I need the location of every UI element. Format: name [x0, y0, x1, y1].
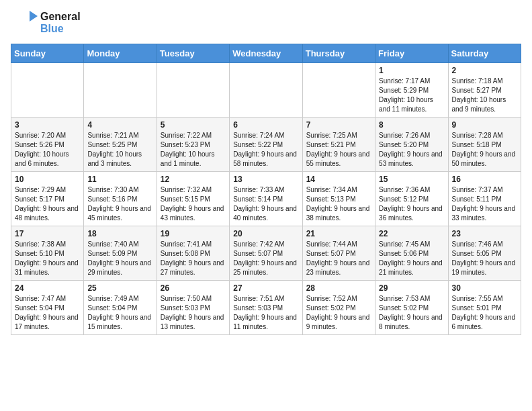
day-number: 17	[15, 229, 80, 238]
page-header: GeneralBlue	[11, 11, 521, 36]
day-number: 24	[15, 283, 80, 293]
day-info: Sunrise: 7:17 AM Sunset: 5:29 PM Dayligh…	[379, 77, 444, 114]
day-info: Sunrise: 7:25 AM Sunset: 5:21 PM Dayligh…	[306, 131, 371, 169]
calendar-day-cell: 9Sunrise: 7:28 AM Sunset: 5:18 PM Daylig…	[448, 117, 521, 171]
day-info: Sunrise: 7:20 AM Sunset: 5:26 PM Dayligh…	[15, 131, 80, 169]
calendar-day-cell: 27Sunrise: 7:51 AM Sunset: 5:03 PM Dayli…	[230, 280, 302, 334]
calendar-day-cell: 8Sunrise: 7:26 AM Sunset: 5:20 PM Daylig…	[375, 117, 448, 171]
day-info: Sunrise: 7:38 AM Sunset: 5:10 PM Dayligh…	[15, 240, 80, 277]
day-number: 10	[15, 175, 80, 184]
calendar-day-cell: 18Sunrise: 7:40 AM Sunset: 5:09 PM Dayli…	[84, 226, 157, 280]
day-info: Sunrise: 7:37 AM Sunset: 5:11 PM Dayligh…	[452, 185, 517, 223]
day-info: Sunrise: 7:45 AM Sunset: 5:06 PM Dayligh…	[379, 240, 444, 277]
calendar-day-cell	[230, 62, 302, 117]
day-info: Sunrise: 7:51 AM Sunset: 5:03 PM Dayligh…	[233, 294, 298, 332]
day-number: 9	[452, 120, 517, 130]
logo-icon	[11, 11, 38, 35]
calendar-day-cell: 3Sunrise: 7:20 AM Sunset: 5:26 PM Daylig…	[11, 117, 84, 171]
day-number: 30	[452, 283, 517, 293]
calendar-day-cell: 14Sunrise: 7:34 AM Sunset: 5:13 PM Dayli…	[302, 171, 375, 226]
day-info: Sunrise: 7:50 AM Sunset: 5:03 PM Dayligh…	[161, 294, 226, 332]
day-number: 14	[306, 175, 371, 184]
day-info: Sunrise: 7:33 AM Sunset: 5:14 PM Dayligh…	[233, 185, 298, 223]
day-info: Sunrise: 7:55 AM Sunset: 5:01 PM Dayligh…	[452, 294, 517, 332]
day-info: Sunrise: 7:44 AM Sunset: 5:07 PM Dayligh…	[306, 240, 371, 277]
day-number: 28	[306, 283, 371, 293]
calendar-week-row: 3Sunrise: 7:20 AM Sunset: 5:26 PM Daylig…	[11, 117, 521, 171]
day-number: 15	[379, 175, 444, 184]
day-number: 5	[161, 120, 226, 130]
calendar-day-cell: 24Sunrise: 7:47 AM Sunset: 5:04 PM Dayli…	[11, 280, 84, 334]
calendar-day-cell: 21Sunrise: 7:44 AM Sunset: 5:07 PM Dayli…	[302, 226, 375, 280]
day-number: 3	[15, 120, 80, 130]
calendar-day-cell: 6Sunrise: 7:24 AM Sunset: 5:22 PM Daylig…	[230, 117, 302, 171]
calendar-day-cell	[302, 62, 375, 117]
day-number: 2	[452, 66, 517, 75]
calendar-week-row: 10Sunrise: 7:29 AM Sunset: 5:17 PM Dayli…	[11, 171, 521, 226]
day-number: 27	[233, 283, 298, 293]
day-info: Sunrise: 7:30 AM Sunset: 5:16 PM Dayligh…	[87, 185, 152, 223]
calendar-day-cell: 19Sunrise: 7:41 AM Sunset: 5:08 PM Dayli…	[157, 226, 229, 280]
day-number: 29	[379, 283, 444, 293]
day-info: Sunrise: 7:18 AM Sunset: 5:27 PM Dayligh…	[452, 77, 517, 114]
calendar-week-row: 17Sunrise: 7:38 AM Sunset: 5:10 PM Dayli…	[11, 226, 521, 280]
day-number: 8	[379, 120, 444, 130]
calendar-day-cell: 30Sunrise: 7:55 AM Sunset: 5:01 PM Dayli…	[448, 280, 521, 334]
calendar-day-cell: 4Sunrise: 7:21 AM Sunset: 5:25 PM Daylig…	[84, 117, 157, 171]
day-info: Sunrise: 7:29 AM Sunset: 5:17 PM Dayligh…	[15, 185, 80, 223]
weekday-header: Saturday	[448, 44, 521, 62]
day-number: 16	[452, 175, 517, 184]
calendar-day-cell: 12Sunrise: 7:32 AM Sunset: 5:15 PM Dayli…	[157, 171, 229, 226]
day-number: 7	[306, 120, 371, 130]
weekday-header: Monday	[84, 44, 157, 62]
calendar-day-cell: 7Sunrise: 7:25 AM Sunset: 5:21 PM Daylig…	[302, 117, 375, 171]
day-number: 26	[161, 283, 226, 293]
day-info: Sunrise: 7:21 AM Sunset: 5:25 PM Dayligh…	[87, 131, 152, 169]
day-info: Sunrise: 7:26 AM Sunset: 5:20 PM Dayligh…	[379, 131, 444, 169]
calendar-day-cell: 28Sunrise: 7:52 AM Sunset: 5:02 PM Dayli…	[302, 280, 375, 334]
calendar-week-row: 1Sunrise: 7:17 AM Sunset: 5:29 PM Daylig…	[11, 62, 521, 117]
day-info: Sunrise: 7:24 AM Sunset: 5:22 PM Dayligh…	[233, 131, 298, 169]
calendar-day-cell: 23Sunrise: 7:46 AM Sunset: 5:05 PM Dayli…	[448, 226, 521, 280]
day-info: Sunrise: 7:52 AM Sunset: 5:02 PM Dayligh…	[306, 294, 371, 332]
calendar-day-cell: 2Sunrise: 7:18 AM Sunset: 5:27 PM Daylig…	[448, 62, 521, 117]
day-number: 11	[87, 175, 152, 184]
calendar-day-cell: 29Sunrise: 7:53 AM Sunset: 5:02 PM Dayli…	[375, 280, 448, 334]
calendar-day-cell: 16Sunrise: 7:37 AM Sunset: 5:11 PM Dayli…	[448, 171, 521, 226]
day-info: Sunrise: 7:46 AM Sunset: 5:05 PM Dayligh…	[452, 240, 517, 277]
day-info: Sunrise: 7:40 AM Sunset: 5:09 PM Dayligh…	[87, 240, 152, 277]
calendar-day-cell: 1Sunrise: 7:17 AM Sunset: 5:29 PM Daylig…	[375, 62, 448, 117]
weekday-header: Thursday	[302, 44, 375, 62]
day-number: 4	[87, 120, 152, 130]
calendar-day-cell	[157, 62, 229, 117]
day-number: 20	[233, 229, 298, 238]
weekday-header: Wednesday	[230, 44, 302, 62]
calendar-day-cell: 15Sunrise: 7:36 AM Sunset: 5:12 PM Dayli…	[375, 171, 448, 226]
day-number: 12	[161, 175, 226, 184]
day-info: Sunrise: 7:34 AM Sunset: 5:13 PM Dayligh…	[306, 185, 371, 223]
calendar-day-cell: 25Sunrise: 7:49 AM Sunset: 5:04 PM Dayli…	[84, 280, 157, 334]
day-number: 1	[379, 66, 444, 75]
day-number: 6	[233, 120, 298, 130]
day-number: 19	[161, 229, 226, 238]
calendar-day-cell: 17Sunrise: 7:38 AM Sunset: 5:10 PM Dayli…	[11, 226, 84, 280]
calendar-day-cell: 13Sunrise: 7:33 AM Sunset: 5:14 PM Dayli…	[230, 171, 302, 226]
day-info: Sunrise: 7:36 AM Sunset: 5:12 PM Dayligh…	[379, 185, 444, 223]
day-number: 23	[452, 229, 517, 238]
calendar-day-cell: 11Sunrise: 7:30 AM Sunset: 5:16 PM Dayli…	[84, 171, 157, 226]
day-number: 22	[379, 229, 444, 238]
calendar-day-cell	[11, 62, 84, 117]
day-number: 13	[233, 175, 298, 184]
day-number: 21	[306, 229, 371, 238]
logo-text: GeneralBlue	[40, 11, 81, 36]
day-info: Sunrise: 7:28 AM Sunset: 5:18 PM Dayligh…	[452, 131, 517, 169]
day-info: Sunrise: 7:49 AM Sunset: 5:04 PM Dayligh…	[87, 294, 152, 332]
calendar-day-cell	[84, 62, 157, 117]
weekday-header: Friday	[375, 44, 448, 62]
weekday-header: Tuesday	[157, 44, 229, 62]
day-info: Sunrise: 7:53 AM Sunset: 5:02 PM Dayligh…	[379, 294, 444, 332]
calendar-header-row: SundayMondayTuesdayWednesdayThursdayFrid…	[11, 44, 521, 62]
day-info: Sunrise: 7:22 AM Sunset: 5:23 PM Dayligh…	[161, 131, 226, 169]
calendar-day-cell: 22Sunrise: 7:45 AM Sunset: 5:06 PM Dayli…	[375, 226, 448, 280]
calendar-week-row: 24Sunrise: 7:47 AM Sunset: 5:04 PM Dayli…	[11, 280, 521, 334]
